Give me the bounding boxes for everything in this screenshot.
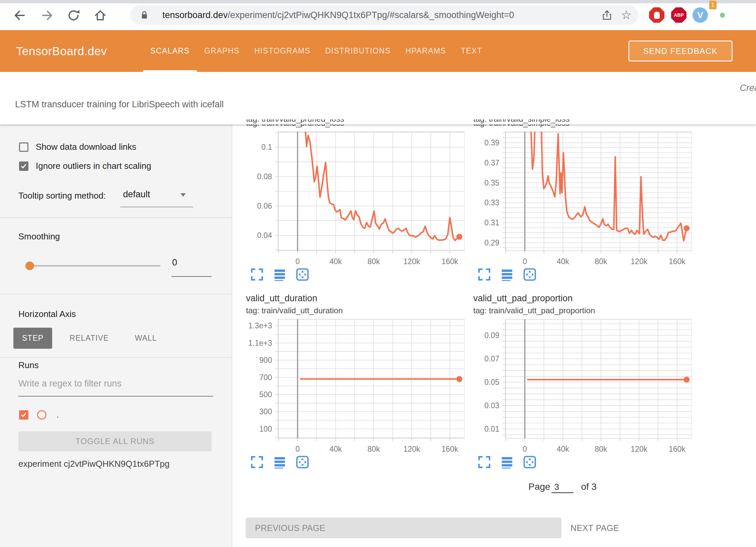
svg-text:0.03: 0.03 — [484, 401, 499, 410]
clipped-chart-tag: tag: train/valid_pruned_loss — [246, 119, 453, 124]
svg-text:160k: 160k — [669, 445, 685, 453]
toggle-all-runs-button[interactable]: TOGGLE ALL RUNS — [18, 431, 212, 451]
svg-text:0.1: 0.1 — [261, 143, 272, 151]
bookmark-star-icon[interactable]: ☆ — [619, 8, 634, 22]
svg-text:900: 900 — [259, 356, 272, 364]
tab-hparams[interactable]: HPARAMS — [398, 30, 454, 72]
expand-chart-icon[interactable] — [477, 455, 491, 469]
content-area: Show data download links Ignore outliers… — [0, 124, 756, 547]
tab-distributions[interactable]: DISTRIBUTIONS — [318, 30, 398, 72]
runs-filter-input[interactable]: Write a regex to filter runs — [18, 378, 122, 389]
app-logo: TensorBoard.dev — [16, 44, 107, 58]
svg-text:160k: 160k — [669, 257, 685, 266]
expand-chart-icon[interactable] — [250, 455, 264, 469]
page-number-input[interactable]: 3 — [551, 482, 574, 493]
previous-page-button[interactable]: PREVIOUS PAGE — [246, 518, 561, 538]
expand-chart-icon[interactable] — [250, 267, 264, 282]
svg-text:0: 0 — [523, 257, 527, 266]
fit-domain-icon[interactable] — [295, 267, 309, 282]
svg-text:80k: 80k — [368, 445, 380, 453]
haxis-step-button[interactable]: STEP — [13, 328, 52, 349]
divider — [0, 357, 232, 358]
line-chart[interactable]: 0.010.030.050.070.09040k80k120k160k — [461, 317, 692, 454]
settings-sidebar: Show data download links Ignore outliers… — [0, 124, 232, 547]
tooltip-sorting-select[interactable]: default — [123, 189, 150, 200]
horizontal-bars-icon[interactable] — [273, 267, 287, 282]
svg-text:40k: 40k — [330, 257, 342, 266]
haxis-relative-button[interactable]: RELATIVE — [61, 328, 118, 349]
chart-card-valid-simple-loss: tag: train/valid_simple_loss 0.290.310.3… — [461, 106, 692, 282]
forward-icon[interactable] — [40, 8, 55, 23]
tab-histograms[interactable]: HISTOGRAMS — [247, 30, 318, 72]
svg-text:0.37: 0.37 — [484, 158, 499, 167]
send-feedback-button[interactable]: SEND FEEDBACK — [628, 40, 733, 62]
fit-domain-icon[interactable] — [295, 455, 309, 469]
svg-text:0.07: 0.07 — [484, 354, 499, 363]
run-color-swatch[interactable] — [37, 410, 46, 420]
profile-extension-icon[interactable]: 1 — [714, 7, 729, 23]
v-extension-icon[interactable]: V — [692, 7, 708, 23]
experiment-id-label: experiment cj2vtPiwQHKN9Q1tx6PTpg — [18, 459, 169, 469]
back-icon[interactable] — [12, 8, 27, 23]
horizontal-bars-icon[interactable] — [500, 455, 514, 469]
chart-card-valid-utt-pad-proportion: valid_utt_pad_proportion tag: train/vali… — [461, 293, 692, 469]
chart-actions — [477, 455, 692, 469]
ignore-outliers-label: Ignore outliers in chart scaling — [36, 161, 151, 171]
smoothing-slider-handle[interactable] — [25, 261, 34, 270]
line-chart[interactable]: 0.290.310.330.350.370.39040k80k120k160k — [461, 129, 692, 267]
divider — [0, 217, 232, 218]
fit-domain-icon[interactable] — [523, 455, 537, 469]
horizontal-bars-icon[interactable] — [273, 455, 287, 469]
tab-graphs[interactable]: GRAPHS — [197, 30, 247, 72]
runs-label: Runs — [18, 360, 39, 370]
tab-text[interactable]: TEXT — [454, 30, 490, 72]
svg-text:1.1e+3: 1.1e+3 — [248, 339, 272, 347]
cookie-extension-icon[interactable] — [737, 7, 752, 23]
lock-icon — [137, 8, 152, 22]
home-icon[interactable] — [93, 8, 108, 23]
chart-card-valid-pruned-loss: tag: train/valid_pruned_loss 0.040.060.0… — [234, 106, 465, 282]
url-text: tensorboard.dev/experiment/cj2vtPiwQHKN9… — [162, 10, 600, 20]
show-download-links-checkbox[interactable] — [19, 142, 28, 152]
svg-text:40k: 40k — [557, 257, 570, 266]
page-count-label: of 3 — [581, 481, 597, 492]
ignore-outliers-checkbox[interactable] — [19, 161, 28, 171]
chart-title: valid_utt_pad_proportion — [461, 293, 692, 306]
line-chart[interactable]: 1003005007009001.1e+31.3e+3040k80k120k16… — [234, 317, 465, 454]
clipped-chart-tag: tag: train/valid_simple_loss — [473, 119, 680, 124]
reload-icon[interactable] — [66, 8, 81, 23]
haxis-wall-button[interactable]: WALL — [126, 328, 166, 349]
app-header: TensorBoard.dev SCALARSGRAPHSHISTOGRAMSD… — [0, 30, 756, 72]
divider — [0, 294, 232, 294]
svg-text:160k: 160k — [442, 257, 458, 266]
smoothing-value-underline — [171, 276, 212, 277]
svg-text:0.08: 0.08 — [257, 172, 272, 181]
svg-text:120k: 120k — [403, 445, 420, 453]
smoothing-value[interactable]: 0 — [172, 257, 177, 268]
svg-text:0.05: 0.05 — [484, 378, 499, 387]
share-icon[interactable] — [600, 8, 614, 22]
svg-text:0.33: 0.33 — [484, 198, 499, 207]
svg-text:700: 700 — [259, 373, 272, 382]
show-download-links-label: Show data download links — [36, 142, 136, 152]
chart-actions — [477, 267, 692, 282]
line-chart[interactable]: 0.040.060.080.1040k80k120k160k — [234, 129, 465, 267]
run-checkbox[interactable] — [19, 410, 28, 420]
next-page-button[interactable]: NEXT PAGE — [571, 518, 619, 538]
smoothing-label: Smoothing — [18, 231, 60, 242]
smoothing-slider[interactable] — [28, 265, 160, 266]
svg-text:0.04: 0.04 — [257, 231, 272, 240]
fit-domain-icon[interactable] — [523, 267, 537, 282]
abp-extension-icon[interactable]: ABP — [671, 7, 686, 23]
horizontal-bars-icon[interactable] — [500, 267, 514, 282]
svg-text:0.01: 0.01 — [484, 425, 499, 433]
pagination: Page 3 of 3 — [528, 481, 597, 493]
expand-chart-icon[interactable] — [477, 267, 491, 282]
horizontal-axis-group: STEPRELATIVEWALL — [13, 328, 165, 349]
chart-tag: tag: train/valid_utt_duration — [234, 306, 465, 315]
chevron-down-icon[interactable] — [180, 193, 186, 197]
nav-tabs: SCALARSGRAPHSHISTOGRAMSDISTRIBUTIONSHPAR… — [143, 30, 490, 72]
adblock-extension-icon[interactable] — [649, 7, 664, 23]
url-bar[interactable]: tensorboard.dev/experiment/cj2vtPiwQHKN9… — [130, 5, 638, 25]
tab-scalars[interactable]: SCALARS — [143, 30, 197, 72]
